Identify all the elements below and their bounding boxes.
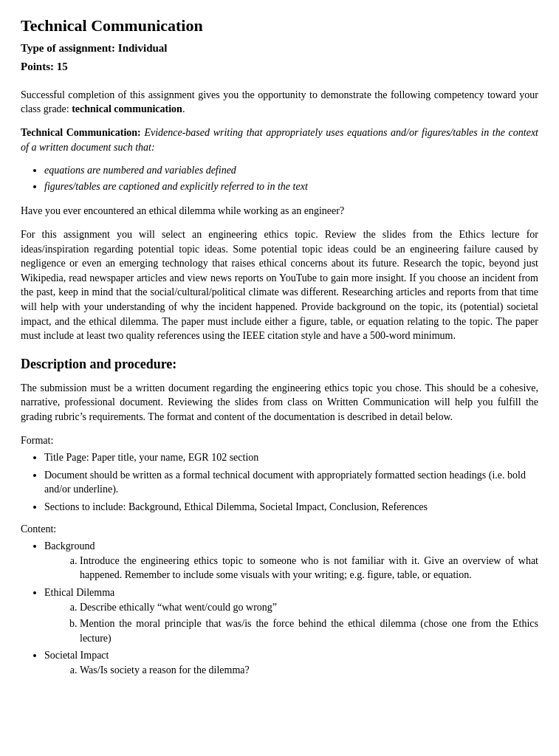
ethical-sub-2: Mention the moral principle that was/is … [80, 616, 538, 645]
content-label: Content: [21, 522, 538, 537]
competency-item-2: figures/tables are captioned and explici… [44, 179, 538, 194]
competency-block: Technical Communication: Evidence-based … [21, 126, 538, 193]
description-heading: Description and procedure: [21, 355, 538, 374]
description-paragraph: The submission must be a written documen… [21, 381, 538, 425]
format-item-2: Document should be written as a formal t… [44, 468, 538, 497]
background-sub-1: Introduce the engineering ethics topic t… [80, 554, 538, 583]
points-label: Points: 15 [21, 59, 538, 75]
competency-item-1: equations are numbered and variables def… [44, 163, 538, 178]
competency-paragraph: Technical Communication: Evidence-based … [21, 126, 538, 154]
societal-sub-1: Was/Is society a reason for the dilemma? [80, 663, 538, 678]
format-item-3: Sections to include: Background, Ethical… [44, 500, 538, 515]
format-list: Title Page: Paper title, your name, EGR … [44, 450, 538, 514]
ethical-sublist: Describe ethically “what went/could go w… [80, 600, 538, 646]
competency-heading: Technical Communication: [21, 127, 141, 138]
intro-paragraph: Successful completion of this assignment… [21, 88, 538, 117]
content-item-ethical: Ethical Dilemma Describe ethically “what… [44, 585, 538, 645]
ethical-question: Have you ever encountered an ethical dil… [21, 204, 538, 219]
competency-highlight: technical communication [72, 103, 182, 114]
societal-sublist: Was/Is society a reason for the dilemma? [80, 663, 538, 678]
main-body-paragraph: For this assignment you will select an e… [21, 227, 538, 343]
content-item-background: Background Introduce the engineering eth… [44, 539, 538, 583]
competency-list: equations are numbered and variables def… [44, 163, 538, 193]
format-item-1: Title Page: Paper title, your name, EGR … [44, 450, 538, 465]
content-list: Background Introduce the engineering eth… [44, 539, 538, 677]
ethical-sub-1: Describe ethically “what went/could go w… [80, 600, 538, 615]
page-title: Technical Communication [21, 15, 538, 38]
format-label: Format: [21, 433, 538, 448]
assignment-type: Type of assignment: Individual [21, 41, 538, 56]
content-item-societal: Societal Impact Was/Is society a reason … [44, 648, 538, 677]
background-sublist: Introduce the engineering ethics topic t… [80, 554, 538, 583]
